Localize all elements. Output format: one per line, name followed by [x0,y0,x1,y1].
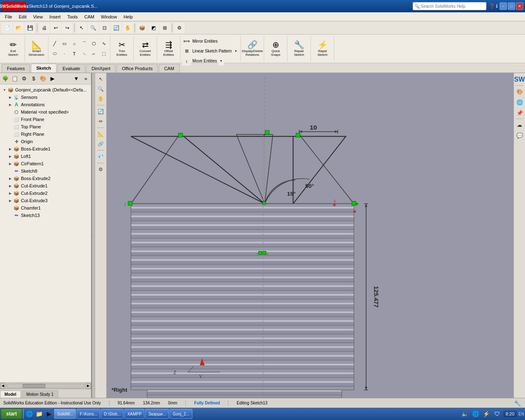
view-front-button[interactable]: ◩ [148,23,159,33]
tray-icon3[interactable]: ⚡ [482,409,491,418]
simulation-button[interactable]: ▶ [48,74,57,83]
tree-item-sketch13[interactable]: ✏ Sketch13 [0,212,91,219]
menu-view[interactable]: View [30,14,46,20]
tray-icon4[interactable]: 🛡 [493,409,502,418]
property-manager-button[interactable]: 📋 [10,74,19,83]
search-box[interactable]: 🔍 [413,2,486,10]
tree-item-cirpattern1[interactable]: ▶ 📦 CirPattern1 [0,160,91,167]
undo-button[interactable]: ↩ [50,23,61,33]
rotate-button[interactable]: 🔄 [111,23,121,33]
taskbar-app5-btn[interactable]: Зазрши... [145,409,169,419]
sketch-chamfer-button[interactable]: ⬚ [99,49,108,58]
taskbar-app3-btn[interactable]: D:\Slob... [101,409,123,419]
menu-edit[interactable]: Edit [16,14,30,20]
taskbar-folder-icon[interactable]: 📁 [34,409,43,418]
apply-scene[interactable]: 🌐 [181,75,191,85]
rp-decals-button[interactable]: 📌 [515,108,525,118]
tab-evaluate[interactable]: Evaluate [57,64,86,73]
rp-forum-button[interactable]: 💬 [515,130,525,140]
repair-sketch-button[interactable]: 🔧 Repair Sketch [289,37,309,60]
zoom-side-button[interactable]: 🔍 [96,84,105,94]
constr-line-button[interactable]: ⟍ [80,49,89,58]
move-dropdown[interactable]: ▾ [218,57,224,66]
zoom-in-view[interactable]: 🔍 [119,75,129,85]
start-button[interactable]: start [1,409,22,419]
tree-item-front-plane[interactable]: ⬜ Front Plane [0,116,91,123]
linear-sketch-dropdown[interactable]: ▾ [233,47,239,56]
search-input[interactable] [421,4,478,9]
view-section-cut[interactable]: ⊞ [143,75,153,85]
tree-item-material[interactable]: ⬡ Material <not specified> [0,108,91,116]
menu-file[interactable]: File [2,14,16,20]
menu-cam[interactable]: CAM [81,14,98,20]
tree-item-sensors[interactable]: ▶ 📡 Sensors [0,94,91,101]
filter-button[interactable]: ▼ [72,74,81,83]
dimension-side-button[interactable]: 📐 [96,130,105,139]
costing-button[interactable]: $ [29,74,38,83]
select-button[interactable]: ↖ [76,23,87,33]
smart-dimension-button[interactable]: 📐 SmartDimension [27,37,46,60]
rp-3dcc-button[interactable]: ☁ [515,120,525,130]
linear-sketch-button[interactable]: ⊞ [182,47,191,56]
view-section-button[interactable]: ⊞ [160,23,170,33]
zoom-fit-button[interactable]: ⊡ [99,23,110,33]
rp-appearances-button[interactable]: 🎨 [515,87,525,96]
tree-item-origin[interactable]: ✛ Origin [0,138,91,145]
convert-entities-button[interactable]: ⇄ Convert Entities [135,37,155,60]
panel-splitter[interactable]: ⋮ [92,73,95,398]
tree-tab-motion[interactable]: Motion Study 1 [22,390,58,398]
taskbar-app6-btn[interactable]: Gonj_2... [170,409,192,419]
tab-office-products[interactable]: Office Products [116,64,158,73]
tree-item-sketch8[interactable]: ✏ Sketch8 [0,167,91,175]
zoom-to-fit-view[interactable]: ⊡ [108,75,118,85]
tools-side-button[interactable]: ⚙ [96,165,105,174]
taskbar-app4-btn[interactable]: XAMPP [124,409,144,419]
tree-item-annotations[interactable]: ▶ A Annotations [0,101,91,108]
tab-dimxpert[interactable]: DimXpert [86,64,116,73]
tree-scrollbar[interactable] [7,383,84,388]
sketch-fillet-button[interactable]: ⌐ [89,49,98,58]
taskbar-app2-btn[interactable]: F:\Kons... [77,409,100,419]
spline-button[interactable]: ∿ [99,39,108,48]
point-button[interactable]: · [60,49,69,58]
menu-insert[interactable]: Insert [46,14,64,20]
text-button[interactable]: T [70,49,79,58]
tree-item-cut2[interactable]: ▶ 📦 Cut-Extrude2 [0,189,91,197]
polygon-button[interactable]: ⬡ [89,39,98,48]
rotate-side-button[interactable]: 🔄 [96,107,105,116]
tree-item-loft1[interactable]: ▶ 📦 Loft1 [0,153,91,160]
rapid-sketch-button[interactable]: ⚡ RapidSketch [313,37,332,60]
config-manager-button[interactable]: ⚙ [20,74,29,83]
offset-entities-button[interactable]: ⇶ OffsetEntities [159,37,178,60]
select-side-button[interactable]: ↖ [96,75,105,84]
render-side-button[interactable]: 💎 [96,152,105,161]
zoom-button[interactable]: 🔍 [88,23,98,33]
menu-window[interactable]: Window [98,14,120,20]
tree-scroll-right[interactable]: ▶ [85,383,91,389]
appearance-button[interactable]: 🎨 [39,74,48,83]
rectangle-button[interactable]: ▭ [60,39,69,48]
trim-entities-button[interactable]: ✂ TrimEntities [112,37,132,60]
tree-root[interactable]: ▼ 📦 Gonjeni_zupcanik (Default<<Defa... [0,86,91,94]
tab-cam[interactable]: CAM [159,64,179,73]
menu-help[interactable]: Help [120,14,136,20]
quick-snaps-button[interactable]: ⊕ QuickSnaps [266,37,285,60]
open-button[interactable]: 📂 [13,23,24,33]
rp-scenes-button[interactable]: 🌐 [515,97,525,107]
viewport[interactable]: ⊡ 🔍 📦 ⊞ ◑ 👁 🌐 🎨 [107,73,525,398]
tree-item-chamfer1[interactable]: 📦 Chamfer1 [0,204,91,212]
ellipse-button[interactable]: ⬭ [50,49,59,58]
tree-scroll-left[interactable]: ◀ [0,383,6,389]
tab-features[interactable]: Features [2,64,30,73]
tree-item-right-plane[interactable]: ⬜ Right Plane [0,130,91,138]
arc-button[interactable]: ⌒ [80,39,89,48]
hide-show[interactable]: 👁 [167,75,177,85]
taskbar-media-icon[interactable]: ▶ [44,409,53,418]
feature-manager-button[interactable]: 🌳 [1,74,10,83]
close-button[interactable]: ✕ [516,2,523,10]
display-delete-button[interactable]: 🔗 Display/DeleteRelations [242,37,262,60]
pan-button[interactable]: ✋ [122,23,133,33]
menu-tools[interactable]: Tools [64,14,81,20]
minimize-button[interactable]: – [500,2,507,10]
view-orientation[interactable]: 📦 [132,75,142,85]
